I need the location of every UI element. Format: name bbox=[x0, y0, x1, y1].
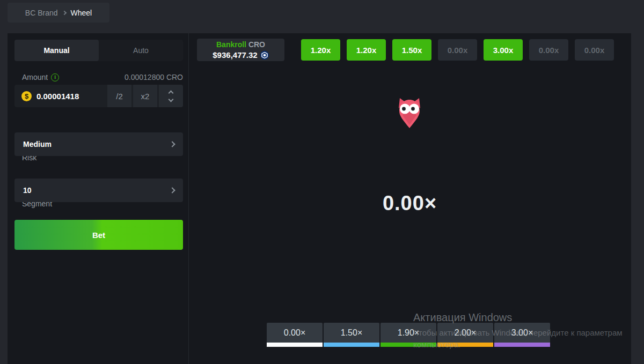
legend-segment: 1.50× bbox=[324, 323, 379, 347]
legend-segment-label: 0.00× bbox=[284, 328, 305, 338]
bankroll-header: Bankroll CRO bbox=[216, 40, 265, 50]
segment-select[interactable]: 10 bbox=[14, 179, 183, 202]
history-result-button[interactable]: 0.00x bbox=[438, 39, 477, 61]
tab-auto[interactable]: Auto bbox=[99, 40, 183, 61]
legend-segment: 0.00× bbox=[267, 323, 323, 347]
result-multiplier: 0.00× bbox=[189, 192, 631, 215]
chevron-right-icon bbox=[169, 187, 175, 193]
legend-segment-label: 3.00× bbox=[511, 328, 533, 338]
legend-segment: 3.00× bbox=[494, 323, 550, 347]
legend-color-strip bbox=[324, 343, 379, 347]
stepper-up-icon[interactable] bbox=[169, 90, 174, 95]
chevron-right-icon bbox=[62, 11, 66, 15]
bet-button[interactable]: Bet bbox=[14, 220, 183, 250]
result-history: 1.20x 1.20x 1.50x 0.00x 3.00x 0.00x 0.00… bbox=[301, 39, 614, 61]
breadcrumb-brand-link[interactable]: BC Brand bbox=[25, 9, 58, 17]
legend-segment-label: 1.90× bbox=[398, 328, 419, 338]
history-result-button[interactable]: 0.00x bbox=[529, 39, 568, 61]
half-amount-button[interactable]: /2 bbox=[107, 85, 131, 107]
bet-controls-sidebar: Manual Auto Amount i 0.00012800 CRO $ 0.… bbox=[8, 33, 189, 364]
game-panel: Manual Auto Amount i 0.00012800 CRO $ 0.… bbox=[8, 33, 631, 364]
risk-select[interactable]: Medium bbox=[14, 132, 183, 156]
history-result-button[interactable]: 3.00x bbox=[484, 39, 523, 61]
amount-input[interactable]: 0.00001418 bbox=[36, 92, 107, 101]
risk-value: Medium bbox=[23, 140, 52, 148]
bankroll-amount-row: $936,477.32 bbox=[213, 50, 268, 60]
breadcrumb-game-label: Wheel bbox=[71, 9, 92, 17]
info-icon[interactable]: i bbox=[51, 73, 59, 81]
owl-mascot-icon bbox=[396, 98, 423, 131]
legend-color-strip bbox=[494, 343, 550, 347]
history-result-button[interactable]: 0.00x bbox=[575, 39, 614, 61]
cro-coin-icon bbox=[260, 51, 269, 60]
amount-balance: 0.00012800 CRO bbox=[125, 73, 183, 81]
breadcrumb: BC Brand Wheel bbox=[8, 3, 109, 23]
legend-segment: 2.00× bbox=[437, 323, 493, 347]
legend-segment: 1.90× bbox=[380, 323, 436, 347]
chevron-right-icon bbox=[169, 141, 175, 147]
amount-row: Amount i 0.00012800 CRO bbox=[14, 72, 183, 82]
bankroll-currency: CRO bbox=[248, 40, 265, 49]
coin-dollar-icon: $ bbox=[21, 91, 32, 101]
legend-color-strip bbox=[380, 343, 436, 347]
amount-input-group: $ 0.00001418 /2 x2 bbox=[14, 85, 183, 107]
history-result-button[interactable]: 1.50x bbox=[392, 39, 431, 61]
amount-label: Amount i bbox=[14, 73, 59, 81]
bankroll-currency-text: CRO bbox=[248, 40, 265, 49]
history-result-button[interactable]: 1.20x bbox=[347, 39, 386, 61]
amount-modifiers: /2 x2 bbox=[107, 85, 183, 107]
bankroll-label: Bankroll bbox=[216, 40, 246, 49]
legend-segment-label: 2.00× bbox=[455, 328, 476, 338]
stepper-down-icon[interactable] bbox=[169, 96, 174, 102]
bankroll-amount: $936,477.32 bbox=[213, 50, 257, 60]
bankroll-box: Bankroll CRO $936,477.32 bbox=[197, 39, 284, 61]
legend-color-strip bbox=[267, 343, 323, 347]
legend-color-strip bbox=[437, 343, 493, 347]
segment-value: 10 bbox=[23, 186, 32, 195]
amount-label-text: Amount bbox=[22, 73, 48, 81]
amount-stepper[interactable] bbox=[159, 85, 183, 107]
game-area: Bankroll CRO $936,477.32 1.20x 1.20x 1.5… bbox=[189, 33, 631, 364]
mode-tabs: Manual Auto bbox=[14, 40, 183, 61]
tab-manual[interactable]: Manual bbox=[14, 40, 99, 61]
multiplier-legend: 0.00× 1.50× 1.90× 2.00× 3.00× bbox=[267, 323, 550, 347]
legend-segment-label: 1.50× bbox=[341, 328, 362, 338]
double-amount-button[interactable]: x2 bbox=[133, 85, 157, 107]
history-result-button[interactable]: 1.20x bbox=[301, 39, 340, 61]
